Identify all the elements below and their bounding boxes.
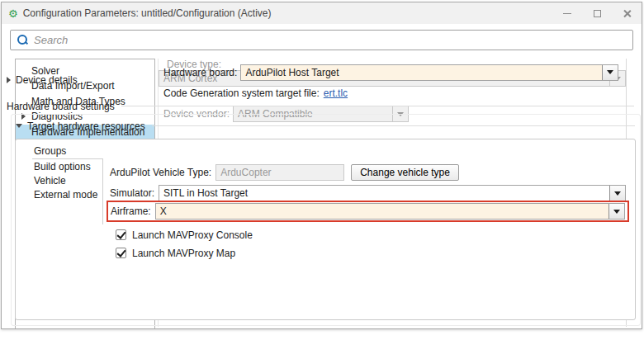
chevron-down-icon <box>607 70 613 74</box>
device-details-toggle[interactable]: Device details <box>7 73 78 86</box>
configuration-parameters-window: ⚙ Configuration Parameters: untitled/Con… <box>1 2 642 329</box>
close-button[interactable] <box>612 2 642 24</box>
device-details-label: Device details <box>16 74 78 86</box>
vehicle-type-field: ArduCopter <box>215 164 344 181</box>
maximize-button[interactable] <box>582 2 612 24</box>
system-target-file-label: Code Generation system target file: <box>163 87 320 99</box>
checkbox-checked-icon[interactable] <box>116 248 126 258</box>
simulator-row: Simulator: SITL in Host Target <box>110 185 626 201</box>
title-bar: ⚙ Configuration Parameters: untitled/Con… <box>2 2 642 24</box>
hardware-board-settings-heading: Hardware board settings <box>7 100 634 112</box>
close-icon <box>623 9 632 18</box>
group-item-external-mode[interactable]: External mode <box>32 187 102 201</box>
chevron-down-icon <box>614 191 621 196</box>
hardware-board-settings-label: Hardware board settings <box>7 101 115 112</box>
configuration-gear-icon: ⚙ <box>8 8 18 19</box>
target-hardware-resources-toggle[interactable]: Target hardware resources <box>16 120 635 132</box>
hardware-board-combobox[interactable]: ArduPilot Host Target <box>240 64 618 81</box>
change-vehicle-type-button[interactable]: Change vehicle type <box>351 164 459 181</box>
separator-line <box>121 106 634 106</box>
vehicle-type-label: ArduPilot Vehicle Type: <box>110 167 211 178</box>
hardware-board-label: Hardware board: <box>163 67 237 78</box>
minimize-button[interactable] <box>552 2 582 24</box>
launch-mavproxy-map-option[interactable]: Launch MAVProxy Map <box>116 247 235 259</box>
chevron-down-icon <box>613 210 620 214</box>
collapse-arrow-icon <box>16 124 22 128</box>
group-item-build-options[interactable]: Build options <box>32 159 102 173</box>
target-hardware-resources-label: Target hardware resources <box>27 120 145 132</box>
simulator-combobox[interactable]: SITL in Host Target <box>159 185 626 201</box>
launch-mavproxy-console-option[interactable]: Launch MAVProxy Console <box>116 229 253 241</box>
search-field[interactable] <box>10 30 633 50</box>
group-item-vehicle[interactable]: Vehicle <box>32 173 102 187</box>
launch-mavproxy-map-label: Launch MAVProxy Map <box>132 248 235 259</box>
search-icon <box>17 35 28 45</box>
airframe-combobox[interactable]: X <box>155 203 625 220</box>
airframe-value: X <box>156 204 608 219</box>
launch-mavproxy-console-label: Launch MAVProxy Console <box>132 229 253 241</box>
airframe-drop-button[interactable] <box>608 204 624 219</box>
system-target-file-row: Code Generation system target file: ert.… <box>163 87 348 100</box>
groups-label: Groups <box>34 145 66 157</box>
simulator-drop-button[interactable] <box>609 186 625 201</box>
window-title: Configuration Parameters: untitled/Confi… <box>23 7 272 19</box>
search-input[interactable] <box>34 34 632 46</box>
target-hardware-resources-panel: Groups Build options Vehicle External mo… <box>15 139 636 320</box>
groups-list: Build options Vehicle External mode <box>32 158 103 224</box>
airframe-label: Airframe: <box>111 205 151 217</box>
minimize-icon <box>563 13 571 14</box>
hardware-board-settings-panel: Target hardware resources Groups Build o… <box>11 114 641 326</box>
expand-arrow-icon <box>7 77 11 83</box>
hardware-board-value: ArduPilot Host Target <box>241 65 602 80</box>
vehicle-type-row: ArduPilot Vehicle Type: ArduCopter Chang… <box>110 164 627 181</box>
separator-line <box>152 125 635 126</box>
hardware-board-row: Hardware board: ArduPilot Host Target <box>163 64 618 81</box>
maximize-icon <box>594 10 601 17</box>
checkbox-checked-icon[interactable] <box>116 229 126 240</box>
target-file-link[interactable]: ert.tlc <box>324 87 348 99</box>
airframe-highlight: Airframe: X <box>107 201 629 222</box>
simulator-label: Simulator: <box>110 187 154 199</box>
simulator-value: SITL in Host Target <box>159 186 609 201</box>
hardware-board-drop-button[interactable] <box>602 65 618 80</box>
window-controls <box>552 2 642 24</box>
